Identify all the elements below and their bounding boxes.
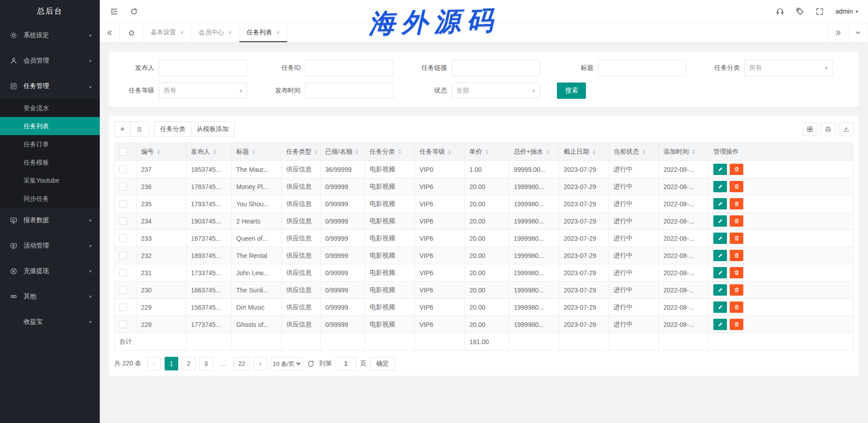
column-header[interactable]: 标题 xyxy=(232,143,282,161)
close-tab-icon[interactable]: × xyxy=(277,29,280,36)
columns-grid-icon[interactable] xyxy=(803,122,817,136)
print-icon[interactable] xyxy=(821,122,835,136)
sort-icon[interactable] xyxy=(252,149,256,155)
support-icon[interactable] xyxy=(776,7,784,15)
prev-page-button[interactable]: ‹ xyxy=(147,357,161,370)
sidebar-subitem-sync-tasks[interactable]: 同步任务 xyxy=(0,190,100,208)
tag-icon[interactable] xyxy=(796,7,804,15)
admin-menu[interactable]: admin ▾ xyxy=(835,8,858,15)
sidebar-item-report-data[interactable]: 报表数据▾ xyxy=(0,208,100,233)
row-checkbox[interactable] xyxy=(119,234,127,242)
sidebar-item-others[interactable]: 其他▾ xyxy=(0,284,100,309)
edit-button[interactable] xyxy=(713,301,727,313)
delete-selected-button[interactable] xyxy=(130,122,149,137)
row-checkbox[interactable] xyxy=(119,252,127,259)
row-checkbox[interactable] xyxy=(119,165,127,173)
sort-icon[interactable] xyxy=(485,149,489,155)
edit-button[interactable] xyxy=(713,233,727,244)
row-checkbox[interactable] xyxy=(119,269,127,277)
tab-member-center[interactable]: 会员中心× xyxy=(191,23,239,42)
add-task-button[interactable]: + xyxy=(114,122,131,137)
column-header[interactable]: 发布人 xyxy=(186,143,232,161)
goto-page-input[interactable] xyxy=(336,357,356,370)
search-button[interactable]: 搜索 xyxy=(557,83,586,99)
collapse-sidebar-icon[interactable] xyxy=(110,8,118,15)
publisher-input[interactable] xyxy=(159,60,247,76)
task-category-select[interactable]: 所有 ▾ xyxy=(744,60,833,76)
delete-button[interactable] xyxy=(730,250,743,261)
tab-options-icon[interactable] xyxy=(848,23,868,42)
column-header[interactable]: 截止日期 xyxy=(559,143,609,161)
column-header[interactable]: 当前状态 xyxy=(609,143,659,161)
task-link-input[interactable] xyxy=(452,60,540,76)
edit-button[interactable] xyxy=(713,250,727,261)
goto-confirm-button[interactable]: 确定 xyxy=(370,357,395,370)
column-header[interactable]: 任务类型 xyxy=(282,143,321,161)
sidebar-subitem-task-orders[interactable]: 任务订单 xyxy=(0,135,100,153)
sidebar-subitem-task-templates[interactable]: 任务模板 xyxy=(0,153,100,171)
next-page-button[interactable]: › xyxy=(254,357,267,370)
delete-button[interactable] xyxy=(730,267,743,278)
sort-icon[interactable] xyxy=(592,149,596,155)
page-button[interactable]: 3 xyxy=(199,357,213,370)
sort-icon[interactable] xyxy=(642,149,646,155)
sidebar-item-recharge-withdraw[interactable]: 充值提现▾ xyxy=(0,258,100,284)
row-checkbox[interactable] xyxy=(119,321,127,328)
delete-button[interactable] xyxy=(730,301,743,313)
page-size-select[interactable]: 10 条/页 xyxy=(271,357,302,370)
sidebar-item-member-management[interactable]: 会员管理▾ xyxy=(0,48,100,73)
title-input[interactable] xyxy=(598,60,686,76)
sort-icon[interactable] xyxy=(213,149,217,155)
select-all-checkbox[interactable] xyxy=(119,148,127,156)
task-category-button[interactable]: 任务分类 xyxy=(154,122,191,137)
edit-button[interactable] xyxy=(713,181,727,192)
sidebar-subitem-fund-flow[interactable]: 资金流水 xyxy=(0,99,100,117)
publish-time-input[interactable] xyxy=(305,83,394,99)
sort-icon[interactable] xyxy=(156,149,161,155)
tab-basic-settings[interactable]: 基本设置× xyxy=(143,23,191,42)
scroll-tabs-left-icon[interactable] xyxy=(100,23,120,42)
delete-button[interactable] xyxy=(730,198,743,209)
row-checkbox[interactable] xyxy=(119,303,127,311)
column-header[interactable]: 已领/名额 xyxy=(321,143,365,161)
page-button[interactable]: 1 xyxy=(165,357,178,370)
sort-icon[interactable] xyxy=(314,149,318,155)
delete-button[interactable] xyxy=(730,215,743,227)
sort-icon[interactable] xyxy=(546,149,550,155)
delete-button[interactable] xyxy=(730,319,743,330)
page-button[interactable]: 22 xyxy=(234,357,250,370)
column-header[interactable]: 添加时间 xyxy=(659,143,709,161)
edit-button[interactable] xyxy=(713,164,727,175)
edit-button[interactable] xyxy=(713,284,727,296)
delete-button[interactable] xyxy=(730,284,743,296)
sort-icon[interactable] xyxy=(355,149,359,155)
task-level-select[interactable]: 所有 ▾ xyxy=(159,83,247,99)
fullscreen-icon[interactable] xyxy=(816,8,824,15)
column-header[interactable]: 单价 xyxy=(465,143,509,161)
status-select[interactable]: 全部 ▾ xyxy=(452,83,540,99)
refresh-icon[interactable] xyxy=(130,8,138,15)
sort-icon[interactable] xyxy=(448,149,452,155)
sidebar-subitem-task-list[interactable]: 任务列表 xyxy=(0,117,100,135)
sidebar-subitem-collect-youtube[interactable]: 采集Youtube xyxy=(0,171,100,190)
tab-task-list[interactable]: 任务列表× xyxy=(239,23,288,42)
close-tab-icon[interactable]: × xyxy=(180,29,184,36)
column-header[interactable]: 任务等级 xyxy=(415,143,465,161)
sidebar-item-income-treasure[interactable]: 收益宝▾ xyxy=(0,309,100,335)
sidebar-item-system-settings[interactable]: 系统设定▾ xyxy=(0,23,100,48)
edit-button[interactable] xyxy=(713,198,727,209)
delete-button[interactable] xyxy=(730,164,743,175)
edit-button[interactable] xyxy=(713,319,727,330)
task-id-input[interactable] xyxy=(305,60,394,76)
delete-button[interactable] xyxy=(730,233,743,244)
scroll-tabs-right-icon[interactable] xyxy=(828,23,848,42)
row-checkbox[interactable] xyxy=(119,286,127,294)
home-tab[interactable] xyxy=(120,23,143,42)
export-icon[interactable] xyxy=(839,122,853,136)
page-button[interactable]: 2 xyxy=(182,357,195,370)
close-tab-icon[interactable]: × xyxy=(229,29,232,36)
row-checkbox[interactable] xyxy=(119,183,127,190)
sidebar-item-activity-management[interactable]: 活动管理▾ xyxy=(0,233,100,258)
sort-icon[interactable] xyxy=(692,149,696,155)
column-header[interactable]: 总价+抽水 xyxy=(509,143,559,161)
